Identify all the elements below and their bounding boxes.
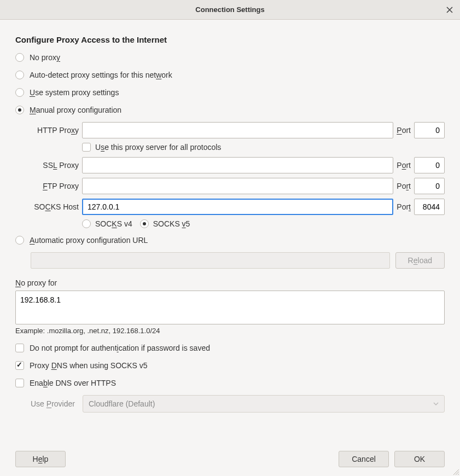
no-prompt-auth-checkbox[interactable] <box>15 344 24 352</box>
http-proxy-row: HTTP Proxy Port <box>31 122 445 138</box>
radio-no-proxy-input[interactable] <box>15 53 24 62</box>
dialog-footer: Help Cancel OK <box>15 442 445 467</box>
doh-provider-selected: Cloudflare (Default) <box>89 399 155 408</box>
socks-host-row: SOCKS Host Port <box>31 199 445 215</box>
radio-pac-url-label: Automatic proxy configuration URL <box>30 236 148 245</box>
ok-button[interactable]: OK <box>394 451 445 467</box>
use-all-protocols-row: Use this proxy server for all protocols <box>82 143 445 152</box>
enable-doh-checkbox[interactable] <box>15 379 24 387</box>
socks-port-input[interactable] <box>414 199 445 215</box>
socks-v5-label: SOCKS v5 <box>153 219 190 228</box>
no-prompt-auth-row[interactable]: Do not prompt for authentication if pass… <box>15 343 445 353</box>
radio-pac-url[interactable]: Automatic proxy configuration URL <box>15 235 445 246</box>
ftp-proxy-port-input[interactable] <box>414 178 445 194</box>
no-proxy-textarea[interactable]: 192.168.8.1 <box>15 291 445 324</box>
ftp-proxy-host-input[interactable] <box>82 178 393 194</box>
proxy-dns-label: Proxy DNS when using SOCKS v5 <box>30 361 148 370</box>
ssl-proxy-label: SSL Proxy <box>31 161 79 170</box>
reload-button: Reload <box>395 252 445 269</box>
enable-doh-row[interactable]: Enable DNS over HTTPS <box>15 378 445 388</box>
socks-host-label: SOCKS Host <box>31 202 79 211</box>
radio-auto-detect-label: Auto-detect proxy settings for this netw… <box>30 71 172 79</box>
pac-url-input <box>31 252 390 269</box>
http-proxy-port-input[interactable] <box>414 122 445 138</box>
radio-system-proxy-input[interactable] <box>15 88 24 97</box>
doh-provider-select: Cloudflare (Default) <box>83 395 445 413</box>
ftp-port-label: Port <box>397 182 411 190</box>
dialog-content: Configure Proxy Access to the Internet N… <box>0 20 460 476</box>
proxy-dns-checkbox[interactable] <box>15 361 24 370</box>
enable-doh-label: Enable DNS over HTTPS <box>30 379 116 387</box>
dialog-title: Connection Settings <box>0 5 460 14</box>
socks-v5-radio[interactable] <box>140 219 149 228</box>
manual-proxy-section: HTTP Proxy Port Use this proxy server fo… <box>31 122 445 235</box>
radio-manual-proxy[interactable]: Manual proxy configuration <box>15 105 445 115</box>
http-proxy-host-input[interactable] <box>82 122 393 138</box>
titlebar: Connection Settings <box>0 0 460 20</box>
socks-version-row: SOCKS v4 SOCKS v5 <box>82 219 445 228</box>
no-proxy-label: No proxy for <box>15 278 445 287</box>
ssl-port-label: Port <box>397 161 411 170</box>
ssl-proxy-host-input[interactable] <box>82 157 393 173</box>
ssl-proxy-port-input[interactable] <box>414 157 445 173</box>
socks-v4-option[interactable]: SOCKS v4 <box>82 219 132 228</box>
cancel-button[interactable]: Cancel <box>339 451 389 467</box>
socks-v4-label: SOCKS v4 <box>95 219 132 228</box>
doh-provider-label: Use Provider <box>31 399 75 408</box>
proxy-dns-row[interactable]: Proxy DNS when using SOCKS v5 <box>15 360 445 371</box>
resize-grip-icon[interactable] <box>451 467 460 476</box>
help-button[interactable]: Help <box>15 451 66 467</box>
doh-provider-row: Use Provider Cloudflare (Default) <box>31 395 445 413</box>
use-all-protocols-checkbox[interactable] <box>82 143 91 152</box>
ssl-proxy-row: SSL Proxy Port <box>31 157 445 173</box>
socks-v5-option[interactable]: SOCKS v5 <box>140 219 190 228</box>
radio-manual-proxy-input[interactable] <box>15 106 24 114</box>
no-proxy-example: Example: .mozilla.org, .net.nz, 192.168.… <box>15 327 445 335</box>
http-proxy-label: HTTP Proxy <box>31 126 79 135</box>
page-heading: Configure Proxy Access to the Internet <box>15 35 445 44</box>
use-all-protocols-label: Use this proxy server for all protocols <box>95 143 221 152</box>
radio-manual-proxy-label: Manual proxy configuration <box>30 106 121 114</box>
radio-system-proxy-label: Use system proxy settings <box>30 88 119 97</box>
pac-row: Reload <box>31 252 445 269</box>
radio-pac-url-input[interactable] <box>15 236 24 245</box>
socks-host-input[interactable] <box>82 199 393 215</box>
radio-system-proxy[interactable]: Use system proxy settings <box>15 87 445 98</box>
no-prompt-auth-label: Do not prompt for authentication if pass… <box>30 344 210 352</box>
ftp-proxy-label: FTP Proxy <box>31 182 79 190</box>
chevron-down-icon <box>433 401 439 407</box>
close-button[interactable] <box>444 4 456 16</box>
radio-no-proxy-label: No proxy <box>30 53 60 62</box>
radio-auto-detect[interactable]: Auto-detect proxy settings for this netw… <box>15 69 445 80</box>
close-icon <box>446 7 453 13</box>
ftp-proxy-row: FTP Proxy Port <box>31 178 445 194</box>
socks-v4-radio[interactable] <box>82 219 91 228</box>
http-port-label: Port <box>397 126 411 135</box>
radio-no-proxy[interactable]: No proxy <box>15 52 445 63</box>
radio-auto-detect-input[interactable] <box>15 71 24 79</box>
socks-port-label: Port <box>397 202 411 211</box>
